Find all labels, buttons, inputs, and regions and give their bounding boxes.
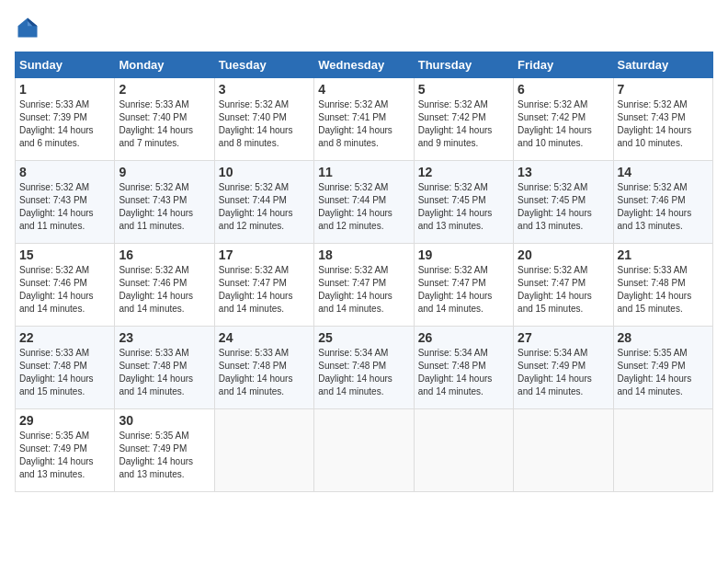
page-header (15, 15, 713, 40)
day-number: 23 (119, 330, 210, 345)
cell-info: Sunrise: 5:32 AMSunset: 7:43 PMDaylight:… (618, 99, 692, 148)
calendar-cell: 13 Sunrise: 5:32 AMSunset: 7:45 PMDaylig… (514, 161, 613, 244)
calendar-cell: 10 Sunrise: 5:32 AMSunset: 7:44 PMDaylig… (214, 161, 313, 244)
week-row-5: 29 Sunrise: 5:35 AMSunset: 7:49 PMDaylig… (16, 409, 713, 492)
calendar-header: SundayMondayTuesdayWednesdayThursdayFrid… (16, 52, 713, 78)
calendar-cell: 24 Sunrise: 5:33 AMSunset: 7:48 PMDaylig… (214, 327, 313, 409)
cell-info: Sunrise: 5:35 AMSunset: 7:49 PMDaylight:… (119, 431, 193, 479)
day-number: 8 (19, 165, 110, 179)
calendar-cell: 3 Sunrise: 5:32 AMSunset: 7:40 PMDayligh… (214, 78, 313, 161)
cell-info: Sunrise: 5:32 AMSunset: 7:40 PMDaylight:… (219, 99, 293, 148)
cell-info: Sunrise: 5:32 AMSunset: 7:42 PMDaylight:… (418, 99, 493, 148)
calendar-cell: 28 Sunrise: 5:35 AMSunset: 7:49 PMDaylig… (613, 327, 712, 409)
day-number: 24 (219, 330, 310, 345)
day-number: 17 (219, 247, 310, 262)
calendar-cell: 17 Sunrise: 5:32 AMSunset: 7:47 PMDaylig… (214, 244, 313, 327)
cell-info: Sunrise: 5:33 AMSunset: 7:48 PMDaylight:… (19, 348, 94, 396)
cell-info: Sunrise: 5:32 AMSunset: 7:47 PMDaylight:… (318, 265, 392, 314)
cell-info: Sunrise: 5:32 AMSunset: 7:46 PMDaylight:… (119, 265, 193, 314)
calendar-cell: 16 Sunrise: 5:32 AMSunset: 7:46 PMDaylig… (115, 244, 214, 327)
calendar-cell: 26 Sunrise: 5:34 AMSunset: 7:48 PMDaylig… (414, 327, 513, 409)
calendar-cell (414, 409, 513, 492)
day-number: 14 (618, 165, 709, 179)
header-cell-saturday: Saturday (613, 52, 712, 78)
cell-info: Sunrise: 5:32 AMSunset: 7:45 PMDaylight:… (418, 182, 493, 231)
header-cell-thursday: Thursday (414, 52, 513, 78)
calendar-cell: 22 Sunrise: 5:33 AMSunset: 7:48 PMDaylig… (16, 327, 115, 409)
cell-info: Sunrise: 5:32 AMSunset: 7:43 PMDaylight:… (119, 182, 193, 231)
week-row-1: 1 Sunrise: 5:33 AMSunset: 7:39 PMDayligh… (16, 78, 713, 161)
calendar-cell: 27 Sunrise: 5:34 AMSunset: 7:49 PMDaylig… (514, 327, 613, 409)
day-number: 3 (219, 82, 310, 97)
logo (15, 15, 44, 40)
cell-info: Sunrise: 5:35 AMSunset: 7:49 PMDaylight:… (618, 348, 692, 396)
calendar-cell: 4 Sunrise: 5:32 AMSunset: 7:41 PMDayligh… (314, 78, 414, 161)
day-number: 22 (19, 330, 110, 345)
day-number: 30 (119, 413, 210, 428)
cell-info: Sunrise: 5:32 AMSunset: 7:44 PMDaylight:… (219, 182, 293, 231)
calendar-cell: 20 Sunrise: 5:32 AMSunset: 7:47 PMDaylig… (514, 244, 613, 327)
calendar-table: SundayMondayTuesdayWednesdayThursdayFrid… (15, 52, 713, 492)
calendar-cell: 30 Sunrise: 5:35 AMSunset: 7:49 PMDaylig… (115, 409, 214, 492)
cell-info: Sunrise: 5:33 AMSunset: 7:39 PMDaylight:… (19, 99, 94, 148)
header-cell-tuesday: Tuesday (214, 52, 313, 78)
cell-info: Sunrise: 5:32 AMSunset: 7:42 PMDaylight:… (518, 99, 592, 148)
cell-info: Sunrise: 5:32 AMSunset: 7:47 PMDaylight:… (518, 265, 592, 314)
cell-info: Sunrise: 5:34 AMSunset: 7:48 PMDaylight:… (418, 348, 493, 396)
cell-info: Sunrise: 5:33 AMSunset: 7:48 PMDaylight:… (618, 265, 692, 314)
day-number: 13 (518, 165, 609, 179)
calendar-cell: 6 Sunrise: 5:32 AMSunset: 7:42 PMDayligh… (514, 78, 613, 161)
calendar-cell: 9 Sunrise: 5:32 AMSunset: 7:43 PMDayligh… (115, 161, 214, 244)
calendar-cell: 18 Sunrise: 5:32 AMSunset: 7:47 PMDaylig… (314, 244, 414, 327)
calendar-cell (613, 409, 712, 492)
calendar-cell: 19 Sunrise: 5:32 AMSunset: 7:47 PMDaylig… (414, 244, 513, 327)
cell-info: Sunrise: 5:32 AMSunset: 7:46 PMDaylight:… (19, 265, 94, 314)
calendar-cell: 2 Sunrise: 5:33 AMSunset: 7:40 PMDayligh… (115, 78, 214, 161)
cell-info: Sunrise: 5:33 AMSunset: 7:48 PMDaylight:… (219, 348, 293, 396)
day-number: 28 (618, 330, 709, 345)
day-number: 21 (618, 247, 709, 262)
day-number: 9 (119, 165, 210, 179)
day-number: 18 (318, 247, 409, 262)
calendar-cell: 15 Sunrise: 5:32 AMSunset: 7:46 PMDaylig… (16, 244, 115, 327)
cell-info: Sunrise: 5:35 AMSunset: 7:49 PMDaylight:… (19, 431, 94, 479)
header-cell-sunday: Sunday (16, 52, 115, 78)
calendar-cell (314, 409, 414, 492)
day-number: 27 (518, 330, 609, 345)
day-number: 5 (418, 82, 509, 97)
header-cell-wednesday: Wednesday (314, 52, 414, 78)
calendar-cell: 11 Sunrise: 5:32 AMSunset: 7:44 PMDaylig… (314, 161, 414, 244)
day-number: 10 (219, 165, 310, 179)
calendar-cell: 5 Sunrise: 5:32 AMSunset: 7:42 PMDayligh… (414, 78, 513, 161)
header-row: SundayMondayTuesdayWednesdayThursdayFrid… (16, 52, 713, 78)
week-row-4: 22 Sunrise: 5:33 AMSunset: 7:48 PMDaylig… (16, 327, 713, 409)
day-number: 2 (119, 82, 210, 97)
header-cell-friday: Friday (514, 52, 613, 78)
calendar-cell: 7 Sunrise: 5:32 AMSunset: 7:43 PMDayligh… (613, 78, 712, 161)
day-number: 7 (618, 82, 709, 97)
cell-info: Sunrise: 5:34 AMSunset: 7:48 PMDaylight:… (318, 348, 392, 396)
day-number: 6 (518, 82, 609, 97)
cell-info: Sunrise: 5:32 AMSunset: 7:46 PMDaylight:… (618, 182, 692, 231)
week-row-3: 15 Sunrise: 5:32 AMSunset: 7:46 PMDaylig… (16, 244, 713, 327)
day-number: 19 (418, 247, 509, 262)
cell-info: Sunrise: 5:32 AMSunset: 7:41 PMDaylight:… (318, 99, 392, 148)
day-number: 12 (418, 165, 509, 179)
week-row-2: 8 Sunrise: 5:32 AMSunset: 7:43 PMDayligh… (16, 161, 713, 244)
day-number: 15 (19, 247, 110, 262)
day-number: 16 (119, 247, 210, 262)
calendar-body: 1 Sunrise: 5:33 AMSunset: 7:39 PMDayligh… (16, 78, 713, 492)
calendar-cell: 29 Sunrise: 5:35 AMSunset: 7:49 PMDaylig… (16, 409, 115, 492)
day-number: 26 (418, 330, 509, 345)
calendar-cell (214, 409, 313, 492)
cell-info: Sunrise: 5:33 AMSunset: 7:48 PMDaylight:… (119, 348, 193, 396)
day-number: 4 (318, 82, 409, 97)
header-cell-monday: Monday (115, 52, 214, 78)
day-number: 20 (518, 247, 609, 262)
logo-icon (15, 15, 40, 40)
day-number: 25 (318, 330, 409, 345)
cell-info: Sunrise: 5:32 AMSunset: 7:47 PMDaylight:… (418, 265, 493, 314)
day-number: 29 (19, 413, 110, 428)
calendar-cell: 1 Sunrise: 5:33 AMSunset: 7:39 PMDayligh… (16, 78, 115, 161)
cell-info: Sunrise: 5:32 AMSunset: 7:43 PMDaylight:… (19, 182, 94, 231)
